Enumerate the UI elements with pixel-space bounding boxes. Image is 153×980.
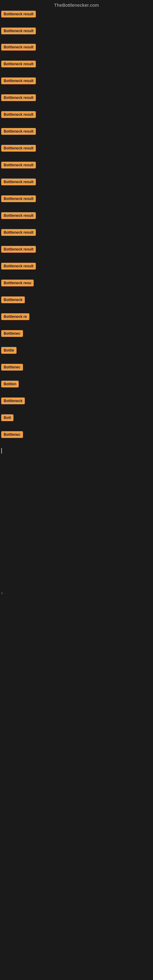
page-wrapper: TheBottlenecker.com Bottleneck resultBot… bbox=[0, 0, 153, 980]
bottleneck-badge: Bottlen bbox=[1, 381, 19, 387]
bottleneck-item: Bottleneck result bbox=[1, 128, 36, 136]
bottleneck-badge: Bottleneck result bbox=[1, 162, 36, 169]
bottleneck-badge: Bottleneck bbox=[1, 296, 25, 303]
cursor-line bbox=[1, 448, 2, 453]
bottleneck-badge: Bottleneck result bbox=[1, 229, 36, 236]
bottleneck-item: Bottlenec bbox=[1, 364, 23, 372]
bottleneck-badge: Bottlenec bbox=[1, 431, 23, 438]
bottleneck-badge: Bottleneck result bbox=[1, 178, 36, 185]
site-title: TheBottlenecker.com bbox=[54, 2, 99, 8]
bottleneck-item: Bottleneck result bbox=[1, 111, 36, 119]
bottleneck-item: Bottleneck re bbox=[1, 313, 29, 321]
bottleneck-badge: Bottleneck result bbox=[1, 27, 36, 34]
bottleneck-badge: Bottle bbox=[1, 347, 16, 354]
bottleneck-item: Bottleneck result bbox=[1, 246, 36, 254]
bottleneck-item: Bottle bbox=[1, 347, 16, 355]
bottleneck-item: Bottleneck bbox=[1, 296, 25, 304]
bottleneck-item: Bottleneck result bbox=[1, 178, 36, 186]
bottleneck-badge: Bottleneck result bbox=[1, 78, 36, 84]
bottleneck-badge: Bottlenec bbox=[1, 330, 23, 337]
bottleneck-item: Bottleneck bbox=[1, 398, 25, 406]
bottleneck-badge: Bottleneck result bbox=[1, 44, 36, 51]
bottleneck-badge: Bottleneck result bbox=[1, 60, 36, 67]
bottleneck-badge: Bottleneck re bbox=[1, 313, 29, 320]
bottleneck-badge: Bottleneck result bbox=[1, 246, 36, 253]
bottleneck-item: Bottleneck result bbox=[1, 196, 36, 204]
bottleneck-badge: Bottleneck result bbox=[1, 128, 36, 135]
bottleneck-badge: Bottleneck result bbox=[1, 145, 36, 151]
bottleneck-item: Bottleneck result bbox=[1, 78, 36, 86]
bottleneck-item: Bottleneck result bbox=[1, 44, 36, 52]
bottleneck-badge: Bottleneck result bbox=[1, 11, 36, 18]
bottleneck-item: Bottlenec bbox=[1, 330, 23, 338]
bottleneck-item: Bottleneck result bbox=[1, 145, 36, 153]
bottleneck-badge: Bottleneck result bbox=[1, 212, 36, 219]
bottleneck-item: Bottleneck result bbox=[1, 60, 36, 68]
bottleneck-badge: Bottlenec bbox=[1, 364, 23, 371]
bottleneck-badge: Bottleneck result bbox=[1, 196, 36, 202]
bottleneck-badge: Bottleneck result bbox=[1, 94, 36, 101]
bottleneck-item: Bottleneck result bbox=[1, 11, 36, 19]
bottleneck-item: Bottleneck result bbox=[1, 27, 36, 35]
bottleneck-item: Bottleneck resu bbox=[1, 280, 33, 288]
small-label: c bbox=[1, 591, 3, 595]
bottleneck-badge: Bottleneck result bbox=[1, 263, 36, 269]
site-header: TheBottlenecker.com bbox=[0, 0, 153, 11]
bottleneck-badge: Bottleneck resu bbox=[1, 280, 33, 286]
bottleneck-item: Bottlen bbox=[1, 381, 19, 389]
bottleneck-item: Bottleneck result bbox=[1, 212, 36, 220]
bottleneck-item: Bott bbox=[1, 414, 13, 422]
bottleneck-badge: Bottleneck bbox=[1, 398, 25, 404]
bottleneck-badge: Bott bbox=[1, 414, 13, 421]
bottleneck-badge: Bottleneck result bbox=[1, 111, 36, 118]
bottleneck-item: Bottleneck result bbox=[1, 94, 36, 102]
bottleneck-item: Bottlenec bbox=[1, 431, 23, 439]
bottleneck-item: Bottleneck result bbox=[1, 263, 36, 271]
bottleneck-item: Bottleneck result bbox=[1, 162, 36, 170]
bottleneck-item: Bottleneck result bbox=[1, 229, 36, 237]
